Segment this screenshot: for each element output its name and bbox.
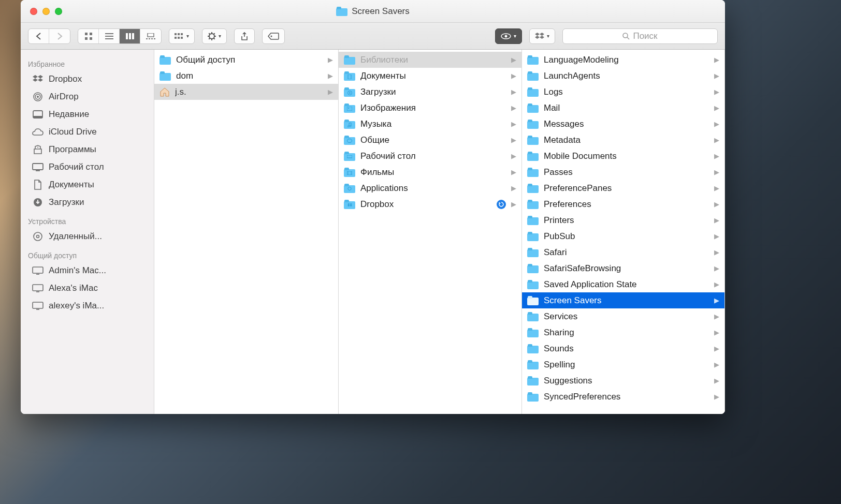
sidebar-item[interactable]: Alexa's iMac <box>21 279 154 297</box>
folder-icon <box>527 344 539 353</box>
arrange-button[interactable]: ▾ <box>169 28 195 44</box>
minimize-window-button[interactable] <box>42 8 50 15</box>
action-button[interactable]: ▾ <box>202 28 227 44</box>
sidebar-item[interactable]: Dropbox <box>21 70 154 88</box>
quicklook-button[interactable]: ▾ <box>495 28 522 44</box>
file-row[interactable]: Загрузки▶ <box>339 84 521 100</box>
file-name: Sharing <box>544 328 709 338</box>
file-row[interactable]: Logs▶ <box>522 84 724 100</box>
sidebar-item[interactable]: Программы <box>21 141 154 158</box>
file-row[interactable]: PreferencePanes▶ <box>522 180 724 196</box>
file-row[interactable]: Spelling▶ <box>522 357 724 373</box>
file-name: Общий доступ <box>176 55 323 65</box>
share-button[interactable] <box>234 28 255 44</box>
file-name: SafariSafeBrowsing <box>544 263 709 274</box>
close-window-button[interactable] <box>30 8 37 15</box>
svg-rect-19 <box>178 37 180 39</box>
file-row[interactable]: Messages▶ <box>522 116 724 132</box>
sidebar-item[interactable]: Недавние <box>21 106 154 123</box>
file-row[interactable]: Общий доступ▶ <box>154 52 338 68</box>
gallery-view-button[interactable] <box>140 29 161 43</box>
folder-icon <box>336 7 347 16</box>
disclosure-arrow-icon: ▶ <box>714 377 719 384</box>
svg-point-33 <box>623 33 628 38</box>
titlebar[interactable]: Screen Savers <box>21 0 725 23</box>
file-row[interactable]: dom▶ <box>154 68 338 84</box>
file-name: Logs <box>544 87 709 97</box>
file-row[interactable]: Фильмы▶ <box>339 164 521 180</box>
file-name: Документы <box>360 71 506 81</box>
icon-view-button[interactable] <box>78 29 99 43</box>
file-row[interactable]: j.s.▶ <box>154 84 338 100</box>
file-row[interactable]: Общие▶ <box>339 132 521 148</box>
file-row[interactable]: Изображения▶ <box>339 100 521 116</box>
svg-rect-13 <box>151 38 153 39</box>
disclosure-arrow-icon: ▶ <box>714 200 719 208</box>
disclosure-arrow-icon: ▶ <box>511 104 516 112</box>
folder-icon <box>344 136 355 145</box>
file-row[interactable]: Preferences▶ <box>522 196 724 212</box>
file-row[interactable]: Sounds▶ <box>522 340 724 357</box>
tags-button[interactable] <box>262 28 285 44</box>
file-row[interactable]: Dropbox▶ <box>339 196 521 212</box>
sidebar-item[interactable]: alexey's iMa... <box>21 297 154 315</box>
disclosure-arrow-icon: ▶ <box>511 184 516 192</box>
column-3[interactable]: LanguageModeling▶LaunchAgents▶Logs▶Mail▶… <box>522 50 725 414</box>
sidebar-item[interactable]: iCloud Drive <box>21 123 154 141</box>
file-row[interactable]: Saved Application State▶ <box>522 276 724 292</box>
sidebar-item[interactable]: Рабочий стол <box>21 158 154 176</box>
sidebar-item[interactable]: Документы <box>21 176 154 194</box>
column-2[interactable]: Библиотеки▶Документы▶Загрузки▶Изображени… <box>339 50 522 414</box>
file-row[interactable]: Документы▶ <box>339 68 521 84</box>
folder-icon <box>527 376 539 386</box>
file-row[interactable]: LaunchAgents▶ <box>522 68 724 84</box>
sidebar-item-label: iCloud Drive <box>49 127 97 137</box>
file-row[interactable]: Sharing▶ <box>522 324 724 340</box>
forward-button[interactable] <box>49 29 70 43</box>
file-row[interactable]: SyncedPreferences▶ <box>522 389 724 405</box>
zoom-window-button[interactable] <box>55 8 62 15</box>
svg-rect-9 <box>132 33 134 39</box>
file-row[interactable]: Applications▶ <box>339 180 521 196</box>
search-placeholder: Поиск <box>633 31 657 41</box>
disclosure-arrow-icon: ▶ <box>714 329 719 336</box>
file-row[interactable]: Suggestions▶ <box>522 373 724 389</box>
list-view-button[interactable] <box>99 29 120 43</box>
svg-line-28 <box>209 38 210 39</box>
sidebar[interactable]: ИзбранноеDropboxAirDropНедавниеiCloud Dr… <box>21 50 154 414</box>
sidebar-item[interactable]: Загрузки <box>21 194 154 211</box>
file-name: Safari <box>544 247 709 258</box>
svg-point-56 <box>347 139 352 143</box>
desktop-icon <box>32 161 44 173</box>
view-mode-buttons <box>78 28 162 44</box>
file-row[interactable]: Printers▶ <box>522 212 724 228</box>
file-row[interactable]: Screen Savers▶ <box>522 292 724 308</box>
file-row[interactable]: Passes▶ <box>522 164 724 180</box>
file-row[interactable]: Safari▶ <box>522 244 724 260</box>
file-row[interactable]: LanguageModeling▶ <box>522 52 724 68</box>
svg-rect-7 <box>126 33 128 39</box>
sidebar-item[interactable]: AirDrop <box>21 88 154 106</box>
column-1[interactable]: Общий доступ▶dom▶j.s.▶ <box>154 50 339 414</box>
file-row[interactable]: Services▶ <box>522 308 724 324</box>
folder-icon <box>527 87 539 97</box>
file-row[interactable]: PubSub▶ <box>522 228 724 244</box>
search-field[interactable]: Поиск <box>562 28 718 44</box>
file-name: j.s. <box>175 87 323 97</box>
column-view-button[interactable] <box>120 29 140 43</box>
file-row[interactable]: Mobile Documents▶ <box>522 148 724 164</box>
disclosure-arrow-icon: ▶ <box>714 152 719 160</box>
file-row[interactable]: Metadata▶ <box>522 132 724 148</box>
folder-icon <box>344 87 355 97</box>
file-name: Metadata <box>544 135 709 145</box>
file-row[interactable]: Музыка▶ <box>339 116 521 132</box>
file-row[interactable]: Библиотеки▶ <box>339 52 521 68</box>
file-row[interactable]: Рабочий стол▶ <box>339 148 521 164</box>
sidebar-item[interactable]: Удаленный... <box>21 228 154 245</box>
file-row[interactable]: SafariSafeBrowsing▶ <box>522 260 724 276</box>
back-button[interactable] <box>28 29 49 43</box>
file-row[interactable]: Mail▶ <box>522 100 724 116</box>
sidebar-item[interactable]: Admin's Mac... <box>21 262 154 279</box>
dropbox-toolbar-button[interactable]: ▾ <box>529 28 555 44</box>
folder-icon <box>527 248 539 257</box>
